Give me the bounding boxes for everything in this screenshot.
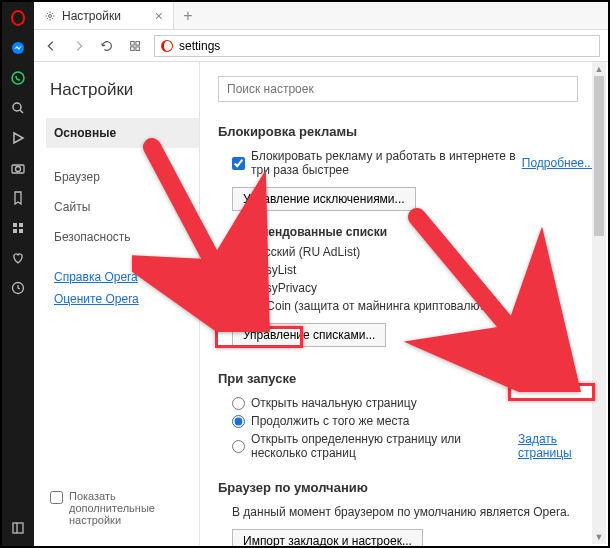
camera-icon[interactable] bbox=[10, 160, 26, 176]
svg-rect-10 bbox=[19, 229, 23, 233]
default-browser-heading: Браузер по умолчанию bbox=[218, 480, 594, 495]
svg-rect-7 bbox=[13, 223, 17, 227]
svg-rect-8 bbox=[19, 223, 23, 227]
svg-rect-9 bbox=[13, 229, 17, 233]
sidebar-item-basic[interactable]: Основные bbox=[46, 118, 199, 148]
clock-icon[interactable] bbox=[10, 280, 26, 296]
adblock-heading: Блокировка рекламы bbox=[218, 124, 594, 139]
startup-option[interactable]: Открыть начальную страницу bbox=[232, 396, 594, 410]
grid-icon[interactable] bbox=[10, 220, 26, 236]
manage-lists-button[interactable]: Управление списками... bbox=[232, 323, 386, 347]
rate-link[interactable]: Оцените Opera bbox=[46, 288, 199, 310]
forward-button[interactable] bbox=[70, 37, 88, 55]
svg-point-3 bbox=[13, 103, 21, 111]
opera-logo-icon[interactable] bbox=[10, 10, 26, 26]
sidebar-item-security[interactable]: Безопасность bbox=[46, 222, 199, 252]
bookmark-icon[interactable] bbox=[10, 190, 26, 206]
adblock-section: Блокировка рекламы Блокировать рекламу и… bbox=[218, 124, 594, 351]
list-row[interactable]: NoCoin (защита от майнинга криптовалюты) bbox=[232, 299, 594, 313]
settings-search-input[interactable] bbox=[218, 76, 578, 102]
svg-rect-16 bbox=[136, 41, 140, 45]
startup-section: При запуске Открыть начальную страницу П… bbox=[218, 371, 594, 460]
show-advanced-checkbox[interactable]: Показать дополнительные настройки bbox=[46, 490, 199, 536]
heart-icon[interactable] bbox=[10, 250, 26, 266]
adblock-enable-label: Блокировать рекламу и работать в интерне… bbox=[251, 149, 516, 177]
startup-option[interactable]: Открыть определенную страницу или нескол… bbox=[232, 432, 594, 460]
sidebar-item-sites[interactable]: Сайты bbox=[46, 192, 199, 222]
svg-rect-15 bbox=[131, 41, 135, 45]
tab-bar: Настройки × + bbox=[34, 2, 608, 30]
import-button[interactable]: Импорт закладок и настроек... bbox=[232, 529, 423, 546]
adblock-enable-row[interactable]: Блокировать рекламу и работать в интерне… bbox=[232, 149, 594, 177]
lists-heading: Рекомендованные списки bbox=[232, 225, 594, 239]
tab-settings[interactable]: Настройки × bbox=[34, 2, 174, 29]
svg-point-6 bbox=[16, 167, 21, 172]
list-row[interactable]: Русский (RU AdList) bbox=[232, 245, 594, 259]
sidebar-item-browser[interactable]: Браузер bbox=[46, 162, 199, 192]
url-input[interactable] bbox=[179, 39, 593, 53]
opera-url-icon bbox=[161, 40, 173, 52]
startup-option[interactable]: Продолжить с того же места bbox=[232, 414, 594, 428]
help-link[interactable]: Справка Opera bbox=[46, 266, 199, 288]
svg-rect-18 bbox=[136, 46, 140, 50]
list-row[interactable]: EasyPrivacy bbox=[232, 281, 594, 295]
default-browser-status: В данный момент браузером по умолчанию я… bbox=[232, 505, 594, 519]
scrollbar[interactable]: ▲ ▼ bbox=[592, 62, 606, 544]
back-button[interactable] bbox=[42, 37, 60, 55]
gear-icon bbox=[44, 10, 56, 22]
set-pages-link[interactable]: Задать страницы bbox=[518, 432, 594, 460]
scroll-down-icon[interactable]: ▼ bbox=[592, 530, 606, 544]
svg-point-0 bbox=[12, 11, 24, 25]
page-title: Настройки bbox=[46, 80, 199, 100]
list-row[interactable]: EasyList bbox=[232, 263, 594, 277]
messenger-icon[interactable] bbox=[10, 40, 26, 56]
default-browser-section: Браузер по умолчанию В данный момент бра… bbox=[218, 480, 594, 546]
home-button[interactable] bbox=[126, 37, 144, 55]
address-bar bbox=[34, 30, 608, 62]
manage-exceptions-button[interactable]: Управление исключениями... bbox=[232, 187, 416, 211]
show-advanced-label: Показать дополнительные настройки bbox=[69, 490, 193, 526]
svg-rect-12 bbox=[13, 523, 23, 533]
address-field[interactable] bbox=[154, 35, 600, 57]
startup-heading: При запуске bbox=[218, 371, 594, 386]
tab-title: Настройки bbox=[62, 9, 121, 23]
play-icon[interactable] bbox=[10, 130, 26, 146]
adblock-enable-checkbox[interactable] bbox=[232, 157, 245, 170]
adblock-more-link[interactable]: Подробнее... bbox=[522, 156, 594, 170]
close-icon[interactable]: × bbox=[155, 8, 163, 24]
new-tab-button[interactable]: + bbox=[174, 2, 202, 29]
svg-point-14 bbox=[49, 14, 52, 17]
settings-sidebar: Настройки Основные Браузер Сайты Безопас… bbox=[34, 62, 199, 546]
scroll-up-icon[interactable]: ▲ bbox=[592, 62, 606, 76]
settings-pane: Блокировка рекламы Блокировать рекламу и… bbox=[199, 62, 608, 546]
svg-rect-17 bbox=[131, 46, 135, 50]
svg-point-2 bbox=[12, 72, 24, 84]
opera-sidebar bbox=[2, 2, 34, 546]
scroll-thumb[interactable] bbox=[594, 76, 604, 236]
svg-line-4 bbox=[20, 110, 23, 113]
whatsapp-icon[interactable] bbox=[10, 70, 26, 86]
show-advanced-input[interactable] bbox=[50, 491, 63, 504]
reload-button[interactable] bbox=[98, 37, 116, 55]
panel-icon[interactable] bbox=[10, 520, 26, 536]
search-icon[interactable] bbox=[10, 100, 26, 116]
